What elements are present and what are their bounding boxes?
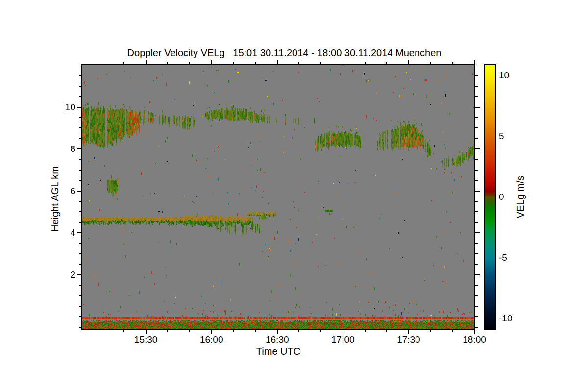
tick-mark [233, 330, 234, 332]
tick-mark [475, 86, 478, 87]
y-axis-title: Height AGL km [49, 166, 61, 232]
tick-mark [77, 107, 81, 108]
tick-mark [189, 62, 190, 64]
tick-mark [475, 274, 480, 275]
tick-mark [430, 330, 431, 332]
tick-mark [146, 330, 147, 334]
tick-mark [475, 232, 480, 233]
tick-mark [475, 159, 478, 160]
tick-mark [475, 243, 478, 244]
tick-mark [123, 330, 124, 332]
tick-mark [475, 211, 478, 212]
x-axis-title: Time UTC [82, 346, 474, 357]
tick-mark [474, 60, 475, 64]
tick-mark [475, 75, 478, 76]
tick-mark [79, 138, 81, 139]
tick-mark [475, 170, 478, 171]
tick-mark [79, 264, 81, 265]
tick-mark [475, 222, 478, 223]
colorbar-tick-label: 10 [499, 70, 509, 81]
tick-mark [79, 243, 81, 244]
x-tick-label: 18:00 [463, 334, 486, 345]
tick-mark [79, 127, 81, 128]
x-tick-label: 17:00 [331, 334, 355, 345]
tick-mark [167, 62, 168, 64]
tick-mark [475, 285, 478, 286]
y-tick-label: 2 [70, 270, 75, 280]
tick-mark [77, 191, 81, 192]
tick-mark [365, 62, 366, 64]
tick-mark [211, 60, 212, 64]
tick-mark [298, 62, 299, 64]
tick-mark [79, 211, 81, 212]
tick-mark [474, 330, 475, 334]
tick-mark [79, 75, 81, 76]
tick-mark [211, 330, 212, 334]
tick-mark [475, 180, 478, 181]
tick-mark [167, 330, 168, 332]
tick-mark [79, 306, 81, 307]
tick-mark [475, 96, 478, 97]
tick-mark [475, 138, 478, 139]
tick-mark [277, 330, 278, 334]
tick-mark [298, 330, 299, 332]
tick-mark [277, 60, 278, 64]
chart-title: Doppler Velocity VELg 15:01 30.11.2014 -… [83, 48, 485, 59]
tick-mark [320, 62, 321, 64]
tick-mark [79, 285, 81, 286]
tick-mark [475, 316, 478, 317]
y-tick-label: 10 [65, 102, 75, 113]
tick-mark [343, 60, 343, 64]
colorbar-tick-label: 0 [499, 192, 504, 202]
tick-mark [77, 274, 81, 275]
x-tick-label: 16:30 [266, 334, 289, 345]
y-tick-label: 8 [70, 144, 75, 154]
tick-mark [79, 295, 81, 296]
tick-mark [79, 222, 81, 223]
x-tick-label: 17:30 [397, 334, 420, 345]
y-tick-label: 4 [70, 227, 75, 238]
tick-mark [452, 330, 453, 332]
tick-mark [79, 201, 81, 202]
colorbar-tick-label: -5 [499, 252, 507, 263]
tick-mark [475, 127, 478, 128]
tick-mark [189, 330, 190, 332]
tick-mark [475, 148, 480, 149]
tick-mark [386, 62, 387, 64]
heatmap-canvas [82, 65, 474, 329]
x-tick-label: 16:00 [200, 334, 223, 345]
y-tick-label: 6 [70, 186, 75, 196]
tick-mark [452, 62, 453, 64]
tick-mark [475, 117, 478, 118]
tick-mark [430, 62, 431, 64]
tick-mark [475, 107, 480, 108]
tick-mark [77, 232, 81, 233]
colorbar-border [484, 64, 496, 330]
tick-mark [79, 253, 81, 254]
tick-mark [365, 330, 366, 332]
tick-mark [79, 316, 81, 317]
tick-mark [408, 330, 409, 334]
tick-mark [475, 253, 478, 254]
figure: Doppler Velocity VELg 15:01 30.11.2014 -… [0, 0, 588, 392]
tick-mark [79, 180, 81, 181]
colorbar-title: VELg m/s [515, 176, 526, 219]
tick-mark [408, 60, 409, 64]
tick-mark [123, 62, 124, 64]
tick-mark [475, 191, 480, 192]
tick-mark [475, 306, 478, 307]
tick-mark [475, 327, 478, 328]
tick-mark [79, 86, 81, 87]
tick-mark [79, 170, 81, 171]
tick-mark [79, 327, 81, 328]
tick-mark [475, 264, 478, 265]
tick-mark [255, 330, 256, 332]
tick-mark [475, 201, 478, 202]
tick-mark [79, 96, 81, 97]
tick-mark [320, 330, 321, 332]
tick-mark [386, 330, 387, 332]
tick-mark [255, 62, 256, 64]
colorbar-tick-label: -10 [499, 313, 512, 324]
tick-mark [79, 159, 81, 160]
tick-mark [343, 330, 343, 334]
